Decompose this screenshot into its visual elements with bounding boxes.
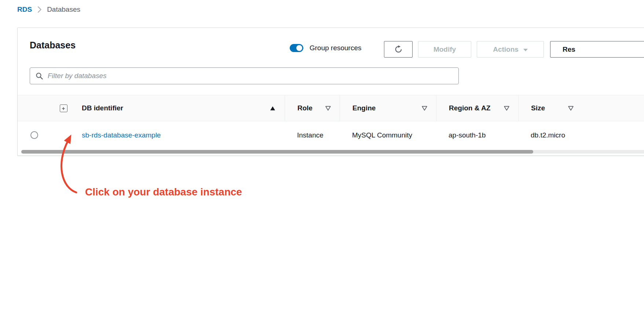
breadcrumb-current: Databases <box>47 5 80 14</box>
row-role-cell: Instance <box>285 121 340 149</box>
table-row[interactable]: sb-rds-database-example Instance MySQL C… <box>18 121 644 149</box>
header-select-cell <box>18 95 51 121</box>
header-role-label: Role <box>297 104 312 112</box>
sort-ascending-icon[interactable] <box>270 106 275 110</box>
row-engine-cell: MySQL Community <box>340 121 436 149</box>
group-resources-toggle[interactable] <box>290 44 303 52</box>
caret-down-icon <box>523 49 528 51</box>
databases-table: + DB identifier Role Engine <box>18 95 644 149</box>
filter-databases-input[interactable] <box>48 72 453 80</box>
row-size-cell: db.t2.micro <box>518 121 582 149</box>
filter-icon[interactable] <box>568 106 574 111</box>
horizontal-scrollbar[interactable] <box>21 150 644 154</box>
header-role[interactable]: Role <box>285 95 340 121</box>
search-icon <box>36 72 43 80</box>
actions-button[interactable]: Actions <box>477 41 544 58</box>
breadcrumb-chevron-icon <box>37 6 41 13</box>
row-role-value: Instance <box>297 131 323 139</box>
header-db-identifier[interactable]: DB identifier <box>76 95 285 121</box>
filter-icon[interactable] <box>422 106 427 111</box>
row-select-cell <box>18 121 51 149</box>
databases-panel: Databases Group resources Modify Actions… <box>17 27 644 156</box>
refresh-icon <box>394 45 403 54</box>
header-size[interactable]: Size <box>518 95 582 121</box>
group-resources-label: Group resources <box>310 44 362 52</box>
rds-databases-page: RDS Databases Databases Group resources … <box>0 0 644 327</box>
annotation-text: Click on your database instance <box>85 186 242 198</box>
restore-button[interactable]: Res <box>550 41 644 58</box>
table-header: + DB identifier Role Engine <box>18 95 644 121</box>
header-region-az[interactable]: Region & AZ <box>436 95 518 121</box>
row-select-radio[interactable] <box>30 131 38 139</box>
header-region-az-label: Region & AZ <box>449 104 490 112</box>
row-fill-cell <box>582 121 644 149</box>
toggle-knob <box>296 45 302 51</box>
row-region-az-value: ap-south-1b <box>449 131 486 139</box>
search-box <box>30 67 459 84</box>
header-engine[interactable]: Engine <box>340 95 436 121</box>
breadcrumb: RDS Databases <box>17 5 80 14</box>
row-engine-value: MySQL Community <box>352 131 412 139</box>
header-engine-label: Engine <box>352 104 376 112</box>
header-db-identifier-label: DB identifier <box>82 104 123 112</box>
filter-icon[interactable] <box>325 106 331 111</box>
filter-icon[interactable] <box>504 106 509 111</box>
header-expand-cell: + <box>51 95 76 121</box>
expand-all-icon[interactable]: + <box>60 104 67 112</box>
panel-title: Databases <box>30 40 76 51</box>
breadcrumb-link-rds[interactable]: RDS <box>17 5 32 14</box>
header-fill-cell <box>582 95 644 121</box>
row-db-identifier-cell: sb-rds-database-example <box>76 121 285 149</box>
modify-button[interactable]: Modify <box>418 41 471 58</box>
header-size-label: Size <box>531 104 545 112</box>
restore-button-label: Res <box>563 45 575 54</box>
row-region-az-cell: ap-south-1b <box>436 121 518 149</box>
group-resources-toggle-group: Group resources <box>290 44 362 52</box>
actions-button-label: Actions <box>493 45 519 54</box>
row-size-value: db.t2.micro <box>531 131 565 139</box>
refresh-button[interactable] <box>384 41 413 58</box>
